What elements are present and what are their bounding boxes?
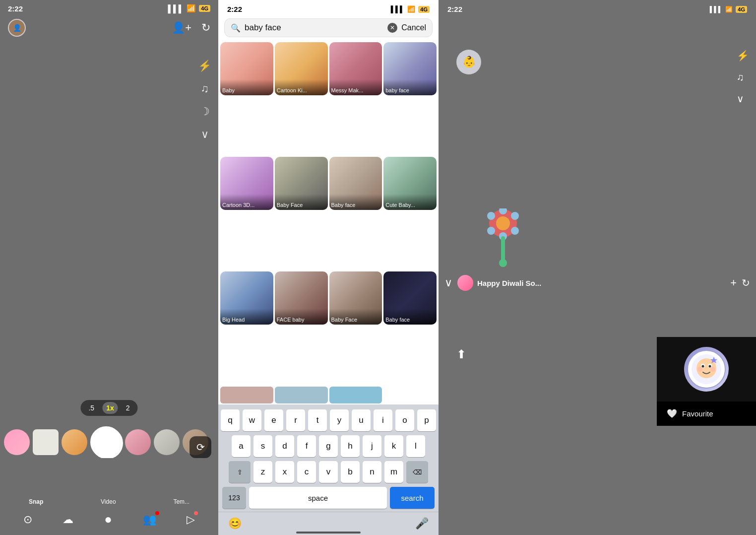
add-friend-icon[interactable]: 👤+ bbox=[172, 21, 191, 34]
cancel-button[interactable]: Cancel bbox=[401, 23, 426, 32]
key-j[interactable]: j bbox=[363, 435, 381, 457]
capture-button[interactable] bbox=[91, 427, 123, 458]
music-icon[interactable]: ♫ bbox=[200, 82, 209, 95]
share-button[interactable]: ⬆ bbox=[456, 347, 466, 361]
key-x[interactable]: x bbox=[275, 461, 294, 483]
wifi-icon: 📶 bbox=[187, 4, 196, 13]
partial-lens-row bbox=[218, 387, 439, 404]
mid-status-bar: 2:22 ▌▌▌ 📶 4G bbox=[218, 0, 439, 15]
key-shift[interactable]: ⇧ bbox=[229, 461, 251, 483]
lens-card-baby[interactable]: Baby bbox=[220, 42, 273, 95]
partial-card-2[interactable] bbox=[275, 387, 328, 403]
lens-grid: Baby Cartoon Ki... Messy Mak... baby fac… bbox=[218, 40, 439, 387]
key-s[interactable]: s bbox=[253, 435, 272, 457]
lens-label-messy-ma: Messy Mak... bbox=[329, 79, 382, 95]
key-z[interactable]: z bbox=[253, 461, 272, 483]
key-o[interactable]: o bbox=[395, 409, 414, 431]
flash-icon[interactable]: ⚡ bbox=[198, 60, 211, 72]
filter-face-1[interactable] bbox=[125, 429, 151, 455]
right-chevron-down-icon[interactable]: ∨ bbox=[737, 93, 749, 105]
key-k[interactable]: k bbox=[384, 435, 403, 457]
key-e[interactable]: e bbox=[264, 409, 283, 431]
lens-avatar-circle[interactable]: 👶 bbox=[456, 50, 481, 74]
lens-card-big-head[interactable]: Big Head bbox=[220, 271, 273, 325]
key-backspace[interactable]: ⌫ bbox=[406, 461, 428, 483]
key-n[interactable]: n bbox=[363, 461, 381, 483]
search-input[interactable] bbox=[245, 23, 383, 33]
right-music-icon[interactable]: ♫ bbox=[737, 71, 749, 83]
tab-snap[interactable]: Snap bbox=[29, 498, 43, 505]
key-c[interactable]: c bbox=[297, 461, 316, 483]
lens-card-cartoon-ki[interactable]: Cartoon Ki... bbox=[275, 42, 328, 95]
key-w[interactable]: w bbox=[243, 409, 261, 431]
key-a[interactable]: a bbox=[232, 435, 251, 457]
map-icon[interactable]: ⊙ bbox=[23, 513, 32, 526]
tab-video[interactable]: Video bbox=[101, 498, 116, 505]
favourite-button[interactable]: 🤍 Favourite bbox=[657, 401, 756, 426]
lens-card-cartoon-3d[interactable]: Cartoon 3D... bbox=[220, 157, 273, 210]
lens-card-face-baby[interactable]: FACE baby bbox=[275, 271, 328, 325]
key-g[interactable]: g bbox=[319, 435, 338, 457]
friends-badge bbox=[155, 511, 159, 515]
filter-orange[interactable] bbox=[62, 429, 87, 455]
key-b[interactable]: b bbox=[341, 461, 360, 483]
search-bar[interactable]: 🔍 ✕ Cancel bbox=[224, 18, 433, 37]
zoom-point5[interactable]: .5 bbox=[84, 402, 98, 414]
filter-active-capture[interactable] bbox=[90, 426, 122, 458]
key-v[interactable]: v bbox=[319, 461, 338, 483]
lens-card-baby-face-4[interactable]: Baby Face bbox=[329, 271, 382, 325]
key-search[interactable]: search bbox=[390, 487, 435, 509]
key-d[interactable]: d bbox=[275, 435, 294, 457]
key-p[interactable]: p bbox=[417, 409, 436, 431]
key-q[interactable]: q bbox=[221, 409, 240, 431]
key-space[interactable]: space bbox=[249, 487, 387, 509]
zoom-2x[interactable]: 2 bbox=[122, 402, 134, 414]
moon-icon[interactable]: ☽ bbox=[200, 105, 210, 118]
key-r[interactable]: r bbox=[286, 409, 305, 431]
camera-nav-icon[interactable]: ● bbox=[104, 512, 112, 527]
filter-pink[interactable] bbox=[4, 429, 30, 455]
keyboard-row-1: q w e r t y u i o p bbox=[220, 409, 437, 431]
mid-status-icons: ▌▌▌ 📶 4G bbox=[391, 5, 430, 13]
lens-preview-image[interactable] bbox=[657, 337, 756, 401]
key-l[interactable]: l bbox=[406, 435, 425, 457]
key-i[interactable]: i bbox=[374, 409, 392, 431]
keyboard[interactable]: q w e r t y u i o p a s d f g h j k l ⇧ … bbox=[218, 404, 439, 512]
tab-templates[interactable]: Tem... bbox=[173, 498, 189, 505]
stories-icon[interactable]: ▷ bbox=[187, 513, 195, 526]
key-m[interactable]: m bbox=[384, 461, 403, 483]
key-f[interactable]: f bbox=[297, 435, 316, 457]
filter-paper[interactable] bbox=[33, 429, 59, 455]
emoji-icon[interactable]: 😊 bbox=[228, 517, 242, 530]
zoom-1x[interactable]: 1x bbox=[102, 402, 118, 414]
clear-button[interactable]: ✕ bbox=[387, 23, 397, 33]
mid-signal-icon: ▌▌▌ bbox=[391, 5, 405, 13]
key-u[interactable]: u bbox=[352, 409, 371, 431]
lens-card-cute-baby[interactable]: Cute Baby... bbox=[383, 157, 437, 210]
friends-icon[interactable]: 👥 bbox=[143, 513, 156, 526]
key-numbers[interactable]: 123 bbox=[222, 487, 246, 509]
lens-card-baby-face-2[interactable]: Baby Face bbox=[275, 157, 328, 210]
lens-card-messy-ma[interactable]: Messy Mak... bbox=[329, 42, 382, 95]
add-to-chat-button[interactable]: + bbox=[730, 276, 737, 289]
refresh-icon[interactable]: ↻ bbox=[201, 21, 210, 34]
microphone-icon[interactable]: 🎤 bbox=[415, 517, 429, 530]
lens-search-button[interactable]: ⟳ bbox=[189, 436, 211, 458]
heart-icon: 🤍 bbox=[667, 408, 677, 419]
key-t[interactable]: t bbox=[308, 409, 327, 431]
lens-card-baby-face-5[interactable]: Baby face bbox=[383, 271, 437, 325]
key-h[interactable]: h bbox=[341, 435, 360, 457]
partial-card-1[interactable] bbox=[220, 387, 273, 403]
back-arrow-icon[interactable]: ∨ bbox=[444, 276, 452, 289]
lens-card-baby-face-3[interactable]: Baby face bbox=[329, 157, 382, 210]
key-y[interactable]: y bbox=[330, 409, 349, 431]
chat-refresh-icon[interactable]: ↻ bbox=[742, 277, 750, 289]
lens-label-baby: Baby bbox=[220, 79, 273, 95]
lens-label-baby-face-5: Baby face bbox=[383, 309, 437, 325]
chat-icon[interactable]: ☁ bbox=[63, 513, 73, 526]
lens-card-baby-face-1[interactable]: baby face bbox=[383, 42, 437, 95]
right-flash-icon[interactable]: ⚡ bbox=[737, 50, 749, 62]
chevron-down-icon[interactable]: ∨ bbox=[201, 128, 209, 141]
filter-face-2[interactable] bbox=[154, 429, 180, 455]
avatar[interactable]: 👤 bbox=[8, 19, 26, 37]
